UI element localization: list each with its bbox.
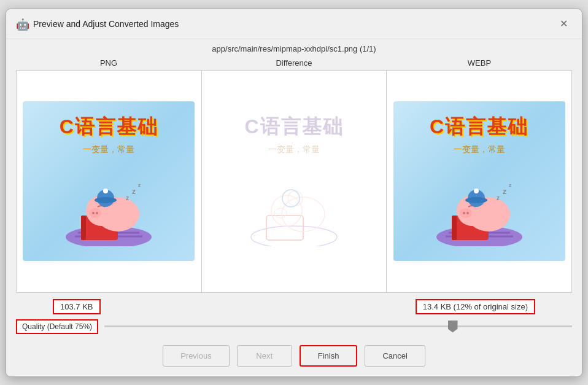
svg-text:z: z	[509, 182, 511, 188]
png-pig-illustration: z z z	[60, 166, 158, 249]
svg-text:z: z	[126, 195, 129, 201]
diff-column-header: Difference	[201, 58, 387, 68]
file-subtitle: app/src/main/res/mipmap-xxhdpi/sc1.png (…	[6, 39, 582, 56]
android-icon: 🤖	[16, 18, 28, 30]
svg-point-20	[271, 195, 302, 226]
png-file-size: 103.7 KB	[53, 299, 101, 314]
webp-file-size: 13.4 KB (12% of original size)	[416, 299, 535, 314]
webp-pig-illustration: z z z	[430, 166, 528, 249]
svg-point-8	[92, 212, 95, 214]
svg-point-32	[463, 212, 465, 214]
svg-point-7	[89, 208, 101, 218]
svg-text:z: z	[503, 187, 506, 196]
slider-row: Quality (Default 75%)	[6, 317, 582, 339]
webp-column-header: WEBP	[387, 58, 572, 68]
diff-pig-illustration	[245, 166, 343, 249]
title-bar: 🤖 Preview and Adjust Converted Images ✕	[6, 9, 582, 39]
svg-point-36	[465, 197, 487, 203]
diff-subtitle-text: 一变量，常量	[268, 144, 320, 155]
png-column-header: PNG	[16, 58, 201, 68]
previous-button[interactable]: Previous	[163, 345, 230, 367]
webp-image: C语言基础 一变量，常量	[393, 101, 565, 261]
diff-preview-panel: C语言基础 一变量，常量	[202, 71, 387, 292]
svg-text:z: z	[497, 195, 500, 201]
title-bar-left: 🤖 Preview and Adjust Converted Images	[16, 18, 179, 30]
svg-point-12	[95, 197, 117, 203]
diff-title-text: C语言基础	[244, 114, 343, 141]
svg-point-17	[251, 226, 337, 246]
svg-text:z: z	[132, 187, 136, 196]
cancel-button[interactable]: Cancel	[365, 345, 425, 367]
info-area: 103.7 KB 13.4 KB (12% of original size)	[6, 293, 582, 317]
svg-rect-28	[452, 216, 457, 240]
svg-point-33	[466, 212, 469, 214]
svg-point-21	[274, 208, 287, 218]
quality-slider[interactable]	[104, 325, 572, 327]
svg-point-37	[474, 189, 479, 193]
next-button[interactable]: Next	[237, 345, 292, 367]
svg-point-31	[460, 208, 472, 218]
close-button[interactable]: ✕	[555, 15, 572, 33]
main-dialog: 🤖 Preview and Adjust Converted Images ✕ …	[6, 9, 582, 377]
svg-text:z: z	[138, 182, 141, 188]
quality-label: Quality (Default 75%)	[16, 319, 98, 334]
finish-button[interactable]: Finish	[300, 345, 358, 367]
diff-image: C语言基础 一变量，常量	[208, 101, 380, 261]
png-subtitle-text: 一变量，常量	[83, 144, 134, 155]
preview-area: C语言基础 一变量，常量	[16, 70, 572, 293]
svg-point-13	[103, 189, 108, 193]
png-preview-panel: C语言基础 一变量，常量	[17, 71, 202, 292]
slider-wrapper	[104, 319, 572, 334]
webp-preview-panel: C语言基础 一变量，常量	[387, 71, 571, 292]
column-headers: PNG Difference WEBP	[6, 56, 582, 70]
dialog-title: Preview and Adjust Converted Images	[33, 19, 179, 29]
png-title-text: C语言基础	[60, 114, 158, 141]
webp-title-text: C语言基础	[430, 114, 528, 141]
png-image: C语言基础 一变量，常量	[23, 101, 195, 261]
svg-point-9	[96, 212, 98, 214]
svg-rect-4	[81, 216, 86, 240]
button-row: Previous Next Finish Cancel	[6, 339, 582, 376]
webp-subtitle-text: 一变量，常量	[454, 144, 505, 155]
